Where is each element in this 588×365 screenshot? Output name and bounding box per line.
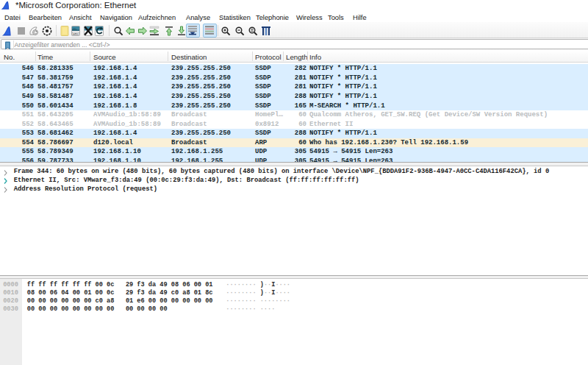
svg-text:ABC: ABC xyxy=(73,32,79,35)
